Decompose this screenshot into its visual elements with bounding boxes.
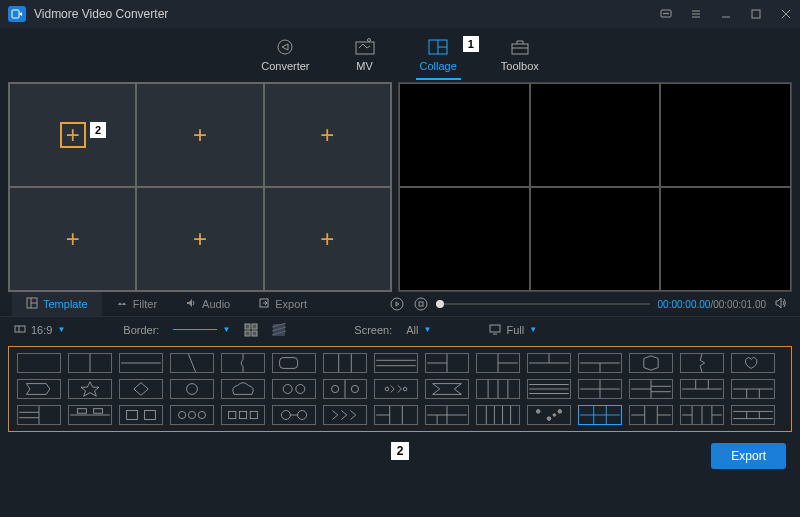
svg-point-57 [187,384,198,395]
template-item[interactable] [731,379,775,399]
add-media-icon[interactable]: + [60,122,86,148]
screen-select[interactable]: All ▼ [406,324,431,336]
template-item[interactable] [629,353,673,373]
svg-rect-95 [239,411,246,418]
template-item[interactable] [221,405,265,425]
menu-icon[interactable] [690,8,702,20]
export-button[interactable]: Export [711,443,786,469]
template-item[interactable] [476,405,520,425]
template-item[interactable] [680,353,724,373]
template-item[interactable] [680,379,724,399]
template-item[interactable] [578,379,622,399]
editor-cell[interactable]: + [136,83,263,187]
editor-cell[interactable]: + [264,187,391,291]
nav-collage[interactable]: Collage 1 [416,36,461,74]
play-button[interactable] [390,297,404,311]
aspect-ratio-select[interactable]: 16:9 ▼ [14,323,65,337]
editor-cell[interactable]: + 2 [9,83,136,187]
template-item[interactable] [527,379,571,399]
template-item[interactable] [170,379,214,399]
title-bar: Vidmore Video Converter [0,0,800,28]
template-item[interactable] [731,405,775,425]
template-item[interactable] [119,405,163,425]
template-item[interactable] [374,353,418,373]
tab-template[interactable]: Template [12,292,102,316]
template-item[interactable] [680,405,724,425]
template-item[interactable] [527,353,571,373]
add-media-icon[interactable]: + [187,122,213,148]
svg-point-97 [281,411,290,420]
volume-icon[interactable] [774,296,788,312]
template-item[interactable] [170,353,214,373]
template-item[interactable] [68,379,112,399]
svg-rect-88 [94,409,103,414]
template-item[interactable] [476,379,520,399]
template-item[interactable] [374,405,418,425]
collage-icon [427,38,449,56]
template-item[interactable] [476,353,520,373]
template-item[interactable] [17,379,61,399]
stop-button[interactable] [414,297,428,311]
template-item[interactable] [119,353,163,373]
border-style-select[interactable]: ▼ [173,325,230,334]
template-item[interactable] [68,353,112,373]
nav-converter[interactable]: Converter [257,36,313,74]
converter-icon [274,38,296,56]
template-item[interactable] [731,353,775,373]
template-item[interactable] [323,353,367,373]
template-item[interactable] [323,379,367,399]
svg-rect-30 [252,324,257,329]
template-item[interactable] [374,379,418,399]
template-item[interactable] [119,379,163,399]
template-item[interactable] [272,379,316,399]
template-item[interactable] [17,353,61,373]
editor-cell[interactable]: + [136,187,263,291]
border-color-button[interactable] [244,323,258,337]
tab-audio[interactable]: Audio [171,292,244,316]
template-item[interactable] [425,379,469,399]
template-item[interactable] [629,379,673,399]
nav-toolbox[interactable]: Toolbox [497,36,543,74]
template-item[interactable] [527,405,571,425]
template-item[interactable] [629,405,673,425]
border-pattern-button[interactable] [272,323,286,337]
border-label: Border: [123,324,159,336]
template-item[interactable] [578,353,622,373]
minimize-icon[interactable] [720,8,732,20]
template-item[interactable] [323,405,367,425]
add-media-icon[interactable]: + [314,122,340,148]
template-item[interactable] [425,353,469,373]
template-item[interactable] [17,405,61,425]
seek-bar[interactable] [436,303,650,305]
template-item[interactable] [272,405,316,425]
add-media-icon[interactable]: + [187,226,213,252]
time-total: 00:00:01.00 [713,299,766,310]
template-item[interactable] [425,405,469,425]
feedback-icon[interactable] [660,8,672,20]
maximize-icon[interactable] [750,8,762,20]
preview-cell [530,187,661,291]
svg-point-110 [536,410,540,414]
full-select[interactable]: Full ▼ [489,323,537,337]
svg-point-98 [298,411,307,420]
svg-rect-26 [419,302,423,306]
template-item-selected[interactable] [578,405,622,425]
template-item[interactable] [272,353,316,373]
tab-export[interactable]: Export [244,292,321,316]
svg-point-58 [283,385,292,394]
template-item[interactable] [170,405,214,425]
close-icon[interactable] [780,8,792,20]
svg-rect-94 [229,411,236,418]
add-media-icon[interactable]: + [60,226,86,252]
tab-filter[interactable]: Filter [102,292,171,316]
screen-icon [489,323,501,337]
nav-mv[interactable]: MV [350,36,380,74]
template-item[interactable] [221,353,265,373]
template-item[interactable] [68,405,112,425]
editor-cell[interactable]: + [264,83,391,187]
add-media-icon[interactable]: + [314,226,340,252]
chevron-down-icon: ▼ [222,325,230,334]
template-item[interactable] [221,379,265,399]
editor-cell[interactable]: + [9,187,136,291]
ratio-label: 16:9 [31,324,52,336]
